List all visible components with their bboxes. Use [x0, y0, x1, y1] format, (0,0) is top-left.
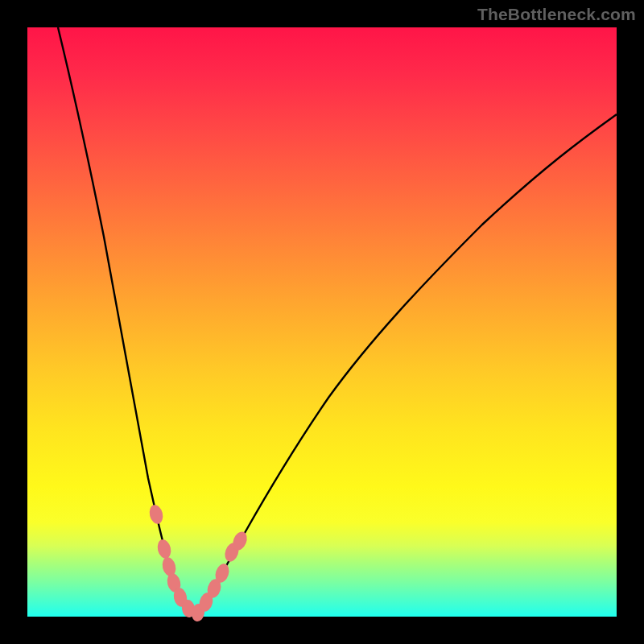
curve-layer — [27, 27, 617, 617]
marker-point — [147, 503, 164, 525]
chart-frame: TheBottleneck.com — [0, 0, 644, 644]
marker-point — [155, 538, 172, 559]
marker-group — [147, 503, 250, 622]
plot-area — [27, 27, 617, 617]
left-branch-curve — [58, 27, 195, 615]
watermark-text: TheBottleneck.com — [477, 5, 636, 24]
right-branch-curve — [195, 114, 617, 615]
